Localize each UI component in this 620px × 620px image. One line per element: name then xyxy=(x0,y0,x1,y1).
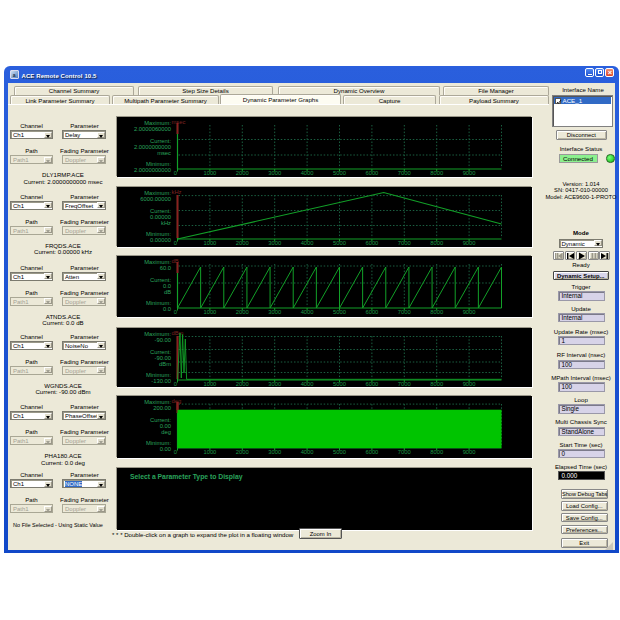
svg-text:3000: 3000 xyxy=(268,380,281,386)
svg-text:200.00: 200.00 xyxy=(153,405,171,411)
svg-text:0: 0 xyxy=(174,380,177,386)
svg-text:4000: 4000 xyxy=(301,169,314,175)
svg-text:9000: 9000 xyxy=(463,169,476,175)
svg-text:9000: 9000 xyxy=(463,449,476,455)
svg-text:deg: deg xyxy=(172,398,182,404)
svg-text:3000: 3000 xyxy=(268,308,281,314)
svg-text:6000: 6000 xyxy=(365,308,378,314)
svg-text:4000: 4000 xyxy=(301,449,314,455)
svg-text:5000: 5000 xyxy=(333,239,346,245)
svg-text:0.00: 0.00 xyxy=(160,446,171,452)
svg-text:7000: 7000 xyxy=(398,380,411,386)
svg-text:4000: 4000 xyxy=(301,308,314,314)
svg-text:0: 0 xyxy=(174,169,177,175)
svg-text:-130.00: -130.00 xyxy=(151,378,171,384)
svg-text:2000: 2000 xyxy=(236,308,249,314)
svg-text:3000: 3000 xyxy=(268,169,281,175)
svg-text:1000: 1000 xyxy=(203,308,216,314)
svg-text:0: 0 xyxy=(174,308,177,314)
svg-text:dBm: dBm xyxy=(172,329,184,335)
svg-text:0: 0 xyxy=(174,239,177,245)
svg-text:5000: 5000 xyxy=(333,169,346,175)
svg-text:6000: 6000 xyxy=(365,239,378,245)
svg-text:8000: 8000 xyxy=(430,449,443,455)
svg-text:4000: 4000 xyxy=(301,380,314,386)
svg-text:1000: 1000 xyxy=(203,169,216,175)
svg-text:4000: 4000 xyxy=(301,239,314,245)
svg-text:2000: 2000 xyxy=(236,239,249,245)
svg-text:0.0: 0.0 xyxy=(163,306,171,312)
svg-text:0: 0 xyxy=(174,449,177,455)
svg-text:2000: 2000 xyxy=(236,169,249,175)
svg-text:kHz: kHz xyxy=(172,188,182,194)
svg-text:1000: 1000 xyxy=(203,239,216,245)
svg-text:5000: 5000 xyxy=(333,308,346,314)
svg-text:kHz: kHz xyxy=(161,219,171,225)
svg-text:6000: 6000 xyxy=(365,449,378,455)
svg-text:7000: 7000 xyxy=(398,449,411,455)
svg-text:7000: 7000 xyxy=(398,308,411,314)
svg-text:5000: 5000 xyxy=(333,449,346,455)
svg-text:9000: 9000 xyxy=(463,380,476,386)
svg-text:dB: dB xyxy=(164,288,171,294)
svg-text:6000: 6000 xyxy=(365,169,378,175)
svg-text:-90.00: -90.00 xyxy=(155,336,171,342)
svg-text:8000: 8000 xyxy=(430,169,443,175)
svg-text:2000: 2000 xyxy=(236,380,249,386)
svg-text:7000: 7000 xyxy=(398,239,411,245)
svg-text:6000: 6000 xyxy=(365,380,378,386)
svg-text:9000: 9000 xyxy=(463,239,476,245)
svg-text:0.00000: 0.00000 xyxy=(150,237,171,243)
svg-text:9000: 9000 xyxy=(463,308,476,314)
svg-text:3000: 3000 xyxy=(268,449,281,455)
svg-text:8000: 8000 xyxy=(430,308,443,314)
svg-text:2.0000000000: 2.0000000000 xyxy=(134,167,171,173)
svg-text:1000: 1000 xyxy=(203,449,216,455)
svg-text:dBm: dBm xyxy=(159,360,171,366)
svg-text:2.0000060000: 2.0000060000 xyxy=(134,125,171,131)
svg-text:60.0: 60.0 xyxy=(160,264,171,270)
svg-text:7000: 7000 xyxy=(398,169,411,175)
svg-text:8000: 8000 xyxy=(430,239,443,245)
svg-text:5000: 5000 xyxy=(333,380,346,386)
svg-text:6000.00000: 6000.00000 xyxy=(140,195,171,201)
svg-text:1000: 1000 xyxy=(203,380,216,386)
svg-text:3000: 3000 xyxy=(268,239,281,245)
svg-text:8000: 8000 xyxy=(430,380,443,386)
svg-text:2000: 2000 xyxy=(236,449,249,455)
svg-text:deg: deg xyxy=(161,429,171,435)
svg-text:msec: msec xyxy=(157,149,171,155)
